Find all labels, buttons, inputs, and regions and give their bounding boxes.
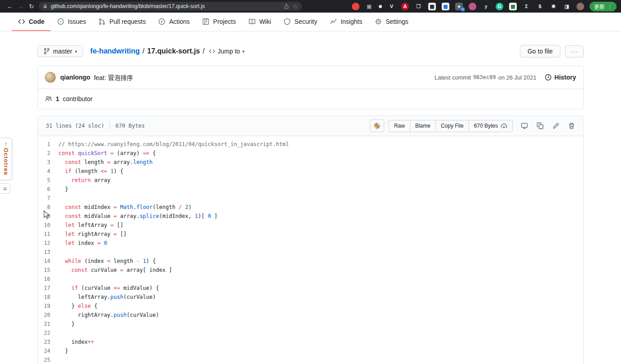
code-line: 13 bbox=[38, 248, 583, 257]
line-number[interactable]: 13 bbox=[38, 248, 58, 257]
line-number[interactable]: 10 bbox=[38, 221, 58, 230]
line-number[interactable]: 23 bbox=[38, 337, 58, 346]
extension-table-icon[interactable]: ▦ bbox=[509, 3, 517, 10]
line-number[interactable]: 11 bbox=[38, 230, 58, 239]
extension-y-icon[interactable]: y bbox=[482, 3, 490, 10]
reload-button[interactable]: ↻ bbox=[26, 1, 37, 12]
octotree-toggle[interactable]: › Octotree bbox=[0, 138, 12, 180]
line-number[interactable]: 16 bbox=[38, 275, 58, 284]
line-number[interactable]: 4 bbox=[38, 167, 58, 176]
line-number[interactable]: 7 bbox=[38, 194, 58, 203]
profile-avatar-icon[interactable] bbox=[577, 3, 584, 10]
tab-actions[interactable]: Actions bbox=[152, 13, 196, 31]
jump-to-dropdown[interactable]: Jump to ▾ bbox=[209, 48, 244, 55]
extension-asterisk-button[interactable] bbox=[370, 120, 384, 132]
extension-paw-icon[interactable]: ✱ bbox=[550, 3, 557, 10]
open-in-desktop-button[interactable] bbox=[521, 122, 528, 129]
file-actions: Raw Blame Copy File 670 Bytes bbox=[370, 120, 578, 132]
url-text[interactable]: github.com/qianlongo/fe-handwriting/blob… bbox=[51, 3, 280, 9]
file-button-group: Raw Blame Copy File 670 Bytes bbox=[389, 120, 513, 132]
go-to-file-button[interactable]: Go to file bbox=[520, 45, 560, 58]
chevron-down-icon: ▾ bbox=[242, 49, 244, 54]
copy-file-button[interactable]: Copy File bbox=[435, 120, 469, 132]
tab-wiki[interactable]: Wiki bbox=[242, 13, 277, 31]
line-content: while (index < length - 1) { bbox=[58, 257, 156, 266]
extension-camera-icon[interactable]: ▣ bbox=[365, 3, 373, 10]
contributors-row[interactable]: 1 contributor bbox=[38, 89, 583, 109]
tab-label: Pull requests bbox=[109, 18, 146, 25]
tab-settings[interactable]: Settings bbox=[368, 13, 415, 31]
back-button[interactable]: ← bbox=[4, 1, 15, 12]
line-content: } bbox=[58, 346, 68, 355]
avatar[interactable] bbox=[45, 72, 56, 83]
line-number[interactable]: 3 bbox=[38, 158, 58, 167]
extension-dot-icon[interactable] bbox=[379, 5, 382, 8]
tab-label: Actions bbox=[169, 18, 190, 25]
extension-dollar-icon[interactable]: $ bbox=[536, 3, 544, 10]
line-number[interactable]: 24 bbox=[38, 346, 58, 355]
extension-darkmode-icon[interactable]: ◨ bbox=[563, 3, 571, 10]
shield-icon bbox=[284, 18, 291, 25]
edit-button[interactable] bbox=[552, 122, 559, 129]
share-icon[interactable] bbox=[284, 4, 289, 9]
commit-author-link[interactable]: qianlongo bbox=[60, 74, 90, 81]
line-number[interactable]: 19 bbox=[38, 302, 58, 311]
line-number[interactable]: 2 bbox=[38, 149, 58, 158]
extension-v-icon[interactable]: V bbox=[388, 3, 395, 10]
commit-hash-link[interactable]: 983ec89 bbox=[473, 74, 496, 80]
line-number[interactable]: 21 bbox=[38, 320, 58, 328]
repo-nav: Code Issues Pull requests Actions Projec… bbox=[0, 13, 621, 31]
commit-date: on 26 Jul 2021 bbox=[498, 74, 536, 81]
line-number[interactable]: 1 bbox=[38, 140, 58, 149]
extension-abp-icon[interactable]: A bbox=[401, 3, 409, 10]
line-number[interactable]: 17 bbox=[38, 284, 58, 293]
line-number[interactable]: 18 bbox=[38, 293, 58, 302]
line-number[interactable]: 20 bbox=[38, 311, 58, 320]
hamburger-icon: ≡ bbox=[3, 185, 7, 192]
tab-security[interactable]: Security bbox=[277, 13, 324, 31]
extension-bookmark-icon[interactable]: ❒ bbox=[415, 3, 422, 10]
tab-code[interactable]: Code bbox=[12, 13, 51, 31]
branch-selector-button[interactable]: master ▾ bbox=[37, 45, 83, 57]
extension-badge-zero-icon[interactable]: ●0 bbox=[455, 3, 463, 10]
tab-pull-requests[interactable]: Pull requests bbox=[92, 13, 152, 31]
code-line: 24 } bbox=[38, 346, 583, 355]
history-button[interactable]: History bbox=[545, 74, 576, 81]
commit-message-link[interactable]: feat: 冒泡排序 bbox=[94, 73, 133, 82]
bookmark-star-icon[interactable]: ☆ bbox=[293, 3, 298, 10]
download-bytes-button[interactable]: 670 Bytes bbox=[469, 120, 513, 132]
extension-grid-icon[interactable]: ▦ bbox=[442, 3, 449, 10]
delete-button[interactable] bbox=[568, 122, 575, 129]
extension-grammarly-icon[interactable]: G bbox=[496, 3, 503, 10]
line-number[interactable]: 9 bbox=[38, 212, 58, 221]
lock-icon[interactable] bbox=[43, 4, 48, 9]
extension-pink-icon[interactable] bbox=[469, 3, 476, 10]
line-number[interactable]: 14 bbox=[38, 257, 58, 266]
line-number[interactable]: 8 bbox=[38, 203, 58, 212]
line-number[interactable]: 12 bbox=[38, 239, 58, 248]
line-number[interactable]: 25 bbox=[38, 355, 58, 364]
line-number[interactable]: 22 bbox=[38, 328, 58, 337]
octotree-menu-button[interactable]: ≡ bbox=[0, 183, 10, 194]
line-number[interactable]: 6 bbox=[38, 185, 58, 194]
code-line: 11 let rightArray = [] bbox=[38, 230, 583, 239]
more-options-button[interactable]: ··· bbox=[565, 45, 584, 58]
copy-raw-button[interactable] bbox=[537, 122, 544, 129]
forward-button[interactable]: → bbox=[15, 1, 26, 12]
extension-sigma-icon[interactable]: Σ bbox=[523, 3, 530, 10]
tab-issues[interactable]: Issues bbox=[51, 13, 92, 31]
jump-to-label: Jump to bbox=[217, 48, 240, 55]
extension-qr-icon[interactable]: ▦ bbox=[428, 3, 436, 10]
blame-button[interactable]: Blame bbox=[410, 120, 436, 132]
pull-request-icon bbox=[98, 18, 106, 25]
url-bar[interactable]: github.com/qianlongo/fe-handwriting/blob… bbox=[39, 2, 302, 11]
line-number[interactable]: 5 bbox=[38, 176, 58, 185]
breadcrumb-repo-link[interactable]: fe-handwriting bbox=[90, 47, 140, 55]
line-number[interactable]: 15 bbox=[38, 266, 58, 275]
tab-projects[interactable]: Projects bbox=[196, 13, 242, 31]
raw-button[interactable]: Raw bbox=[389, 120, 410, 132]
tab-insights[interactable]: Insights bbox=[324, 13, 368, 31]
chevron-right-icon: › bbox=[5, 140, 7, 146]
chrome-update-button[interactable]: 更新 ⋮ bbox=[590, 2, 617, 11]
extension-red-icon[interactable] bbox=[352, 3, 359, 10]
